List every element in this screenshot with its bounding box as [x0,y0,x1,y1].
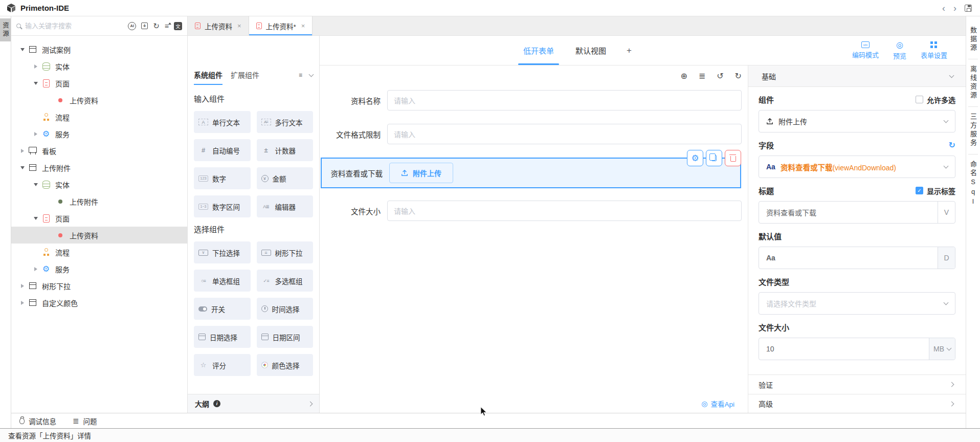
palette-item[interactable]: 计数器 [257,139,314,161]
palette-item[interactable]: 评分 [194,354,251,376]
view-api-link[interactable]: 查看Api [710,399,734,409]
palette-item[interactable]: 日期选择 [194,326,251,348]
palette-item[interactable]: 数字区间 [194,195,251,217]
palette-item[interactable]: 开关 [194,298,251,320]
default-value-input[interactable]: Aa D [759,247,955,269]
close-icon[interactable]: × [301,22,305,30]
debug-bar-item[interactable]: 问题 [73,416,97,426]
tree-item[interactable]: 服务 [11,125,187,142]
inspector-section[interactable]: 验证 [748,375,966,394]
redo-icon[interactable]: ↻ [735,72,742,80]
expand-arrow-icon[interactable] [32,82,40,85]
file-size-unit-select[interactable]: MB [929,338,955,360]
new-resource-icon[interactable]: + [141,23,148,29]
i18n-globe-icon[interactable]: ⊕ [680,72,687,80]
palette-item[interactable]: 多选框组 [257,270,314,292]
component-select[interactable]: 附件上传 [759,110,955,132]
document-tab[interactable]: 上传资料 × [188,16,249,35]
palette-item[interactable]: 下拉选择 [194,241,251,263]
view-tab-lowcode-form[interactable]: 低开表单 [519,36,558,65]
tree-item[interactable]: 流程 [11,244,187,260]
expand-arrow-icon[interactable] [18,284,27,288]
dock-tab[interactable]: 三方服务 [968,106,978,154]
close-icon[interactable]: × [237,22,241,30]
tree-item[interactable]: 上传资料 [11,227,187,244]
expand-arrow-icon[interactable] [32,132,40,136]
outline-list-icon[interactable]: ≣ [699,72,705,80]
debug-bar-item[interactable]: 调试信息 [19,416,56,426]
palette-item[interactable]: 单选框组 [194,270,251,292]
translate-icon[interactable]: 文 [174,22,182,30]
field-select[interactable]: Aa 资料查看或下载 (viewAndDownload) [759,156,955,178]
form-field-row[interactable]: 文件格式限制 请输入 [320,124,742,144]
expand-arrow-icon[interactable] [32,183,40,186]
undo-icon[interactable]: ↺ [717,72,723,80]
expand-arrow-icon[interactable] [18,166,27,169]
nav-back-icon[interactable]: ‹ [942,4,945,13]
tree-item[interactable]: 树形下拉 [11,277,187,294]
ai-icon[interactable]: AI [128,22,136,30]
tree-item[interactable]: 页面 [11,75,187,92]
tree-item[interactable]: 自定义颜色 [11,294,187,311]
document-tab[interactable]: 上传资料* × [249,16,313,35]
selected-upload-field[interactable]: 资料查看或下载 附件上传 [321,158,741,188]
tree-item[interactable]: 流程 [11,108,187,125]
form-field-row[interactable]: 文件大小 请输入 [320,201,742,221]
tree-item[interactable]: 看板 [11,142,187,159]
tree-item[interactable]: 服务 [11,260,187,277]
tree-item[interactable]: 页面 [11,210,187,227]
default-value-suffix[interactable]: D [938,247,955,269]
expand-arrow-icon[interactable] [32,64,40,69]
expand-arrow-icon[interactable] [32,267,40,271]
sync-icon[interactable]: ↻ [949,141,955,149]
refresh-icon[interactable]: ↻ [153,21,160,31]
form-field-row[interactable]: 资料名称 请输入 [320,90,742,110]
palette-item[interactable]: 数字 [194,167,251,189]
file-type-select[interactable]: 请选择文件类型 [759,292,955,315]
show-label-checkbox[interactable]: ✓ [916,187,923,194]
title-input-suffix[interactable]: V [938,202,955,223]
tree-item[interactable]: 上传资料 [11,92,187,108]
save-icon[interactable] [965,5,972,12]
view-tab-default-view[interactable]: 默认视图 [571,36,610,65]
dock-tab[interactable]: 离线资源 [968,59,978,106]
chevron-down-icon[interactable] [949,73,954,78]
chevron-down-icon[interactable] [309,72,314,77]
palette-item[interactable]: 时间选择 [257,298,314,320]
tree-item[interactable]: 上传附件 [11,193,187,210]
dock-tab[interactable]: 命名Sql [968,154,978,213]
field-delete-button[interactable] [725,150,741,166]
tree-item[interactable]: 测试案例 [11,41,187,58]
nav-forward-icon[interactable]: › [953,4,956,13]
text-input[interactable]: 请输入 [387,201,742,221]
field-settings-button[interactable]: ⚙ [687,150,703,166]
collapse-list-icon[interactable]: ≡ [165,22,169,30]
add-view-button[interactable]: + [623,36,635,65]
header-action-button[interactable]: 编码模式 [852,41,879,59]
palette-item[interactable]: 多行文本 [257,111,314,133]
expand-arrow-icon[interactable] [18,48,27,51]
palette-item[interactable]: 颜色选择 [257,354,314,376]
text-input[interactable]: 请输入 [387,124,742,144]
chevron-right-icon[interactable] [308,401,313,406]
palette-item[interactable]: 树形下拉 [257,241,314,263]
search-input[interactable] [25,22,128,30]
header-action-button[interactable]: 预览 [893,41,906,60]
palette-item[interactable]: 编辑器 [257,195,314,217]
field-copy-button[interactable] [706,150,722,166]
tree-item[interactable]: 上传附件 [11,159,187,176]
palette-item[interactable]: 金额 [257,167,314,189]
attachment-upload-button[interactable]: 附件上传 [389,163,453,183]
tree-item[interactable]: 实体 [11,58,187,75]
palette-item[interactable]: 单行文本 [194,111,251,133]
dock-tab[interactable]: 数据源 [968,20,978,59]
inspector-section[interactable]: 高级 [748,394,966,413]
outline-bar[interactable]: 大纲 i [188,394,319,413]
inspector-header-basic[interactable]: 基础 [748,65,966,87]
tab-extension-components[interactable]: 扩展组件 [231,65,259,85]
dock-tab-resources[interactable]: 资源 [0,18,11,41]
title-input[interactable]: 资料查看或下载 V [759,201,955,224]
expand-arrow-icon[interactable] [32,217,40,220]
tab-system-components[interactable]: 系统组件 [194,65,222,85]
file-size-input[interactable]: 10 MB [759,338,955,360]
